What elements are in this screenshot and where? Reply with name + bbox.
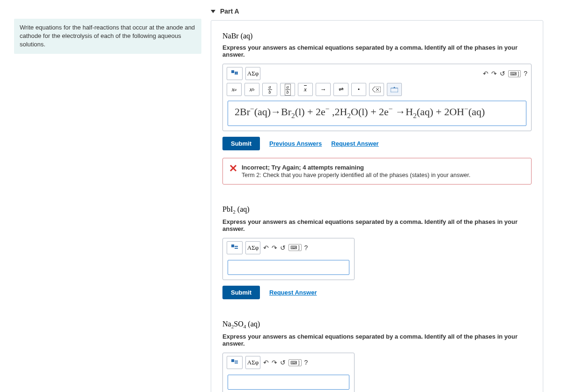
svg-rect-21 xyxy=(235,362,238,363)
boxed-fraction-button[interactable]: ab xyxy=(280,83,295,96)
equilibrium-button[interactable]: ⇌ xyxy=(333,83,348,96)
undo-icon[interactable]: ↶ xyxy=(263,244,269,251)
svg-rect-20 xyxy=(235,361,238,362)
keyboard-icon[interactable]: ⌨ ] xyxy=(288,244,302,251)
greek-button[interactable]: ΑΣφ xyxy=(245,241,260,254)
svg-rect-16 xyxy=(231,244,234,247)
request-answer-link[interactable]: Request Answer xyxy=(331,140,378,147)
svg-rect-19 xyxy=(231,359,234,362)
part-title: Part A xyxy=(220,7,239,15)
greek-button[interactable]: ΑΣφ xyxy=(245,356,260,369)
compound-nabr: NaBr (aq) xyxy=(222,32,532,40)
feedback-title: Incorrect; Try Again; 4 attempts remaini… xyxy=(242,164,470,171)
svg-rect-17 xyxy=(235,246,238,247)
svg-rect-18 xyxy=(235,248,238,249)
previous-answers-link[interactable]: Previous Answers xyxy=(269,140,322,147)
fraction-button[interactable]: ab xyxy=(262,83,277,96)
svg-marker-13 xyxy=(393,87,395,88)
answer-field[interactable]: 2Br−(aq)→Br2(l) + 2e− ,2H2O(l) + 2e− →H2… xyxy=(228,101,526,126)
help-icon[interactable]: ? xyxy=(304,244,308,251)
feedback-box: Incorrect; Try Again; 4 attempts remaini… xyxy=(222,158,532,185)
compound-na2so4: Na2SO4 (aq) xyxy=(222,320,532,329)
help-icon[interactable]: ? xyxy=(304,359,308,366)
redo-icon[interactable]: ↷ xyxy=(272,244,277,251)
instructions: Express your answers as chemical equatio… xyxy=(222,333,532,347)
svg-marker-0 xyxy=(211,10,215,13)
equation-editor[interactable]: ΑΣφ ↶ ↷ ↺ ⌨ ] ? xyxy=(222,353,355,392)
greek-button[interactable]: ΑΣφ xyxy=(245,67,260,80)
answer-field[interactable] xyxy=(228,375,349,390)
feedback-body: Term 2: Check that you have properly ide… xyxy=(242,172,470,178)
equation-editor[interactable]: ΑΣφ ↶ ↷ ↺ ⌨ ] ? xa xb ab ab xyxy=(222,64,532,131)
undo-icon[interactable]: ↶ xyxy=(263,359,269,366)
xbar-button[interactable]: x xyxy=(298,83,313,96)
reset-icon[interactable]: ↺ xyxy=(500,70,505,77)
svg-rect-8 xyxy=(391,88,398,92)
svg-rect-2 xyxy=(235,72,238,73)
backspace-button[interactable] xyxy=(369,83,384,96)
chevron-down-icon xyxy=(211,8,215,15)
submit-button[interactable]: Submit xyxy=(222,137,260,150)
incorrect-icon xyxy=(229,164,237,173)
question-prompt: Write equations for the half-reactions t… xyxy=(14,19,201,54)
reset-icon[interactable]: ↺ xyxy=(280,244,286,251)
templates-button[interactable] xyxy=(227,356,243,369)
special-keyboard-button[interactable] xyxy=(387,83,402,96)
svg-rect-3 xyxy=(235,74,238,74)
keyboard-icon[interactable]: ⌨ ] xyxy=(288,359,302,366)
svg-rect-1 xyxy=(231,70,234,73)
arrow-button[interactable]: → xyxy=(316,83,331,96)
instructions: Express your answers as chemical equatio… xyxy=(222,44,532,58)
subscript-button[interactable]: xb xyxy=(244,83,259,96)
redo-icon[interactable]: ↷ xyxy=(491,70,497,77)
equation-editor[interactable]: ΑΣφ ↶ ↷ ↺ ⌨ ] ? xyxy=(222,238,355,280)
redo-icon[interactable]: ↷ xyxy=(272,359,277,366)
request-answer-link[interactable]: Request Answer xyxy=(269,289,317,296)
superscript-button[interactable]: xa xyxy=(227,83,242,96)
reset-icon[interactable]: ↺ xyxy=(280,359,286,366)
instructions: Express your answers as chemical equatio… xyxy=(222,218,532,232)
answer-field[interactable] xyxy=(228,260,349,275)
keyboard-icon[interactable]: ⌨ ] xyxy=(508,70,521,77)
compound-pbi2: PbI2 (aq) xyxy=(222,205,532,214)
help-icon[interactable]: ? xyxy=(524,70,527,77)
dot-button[interactable]: • xyxy=(351,83,366,96)
templates-button[interactable] xyxy=(227,241,243,254)
undo-icon[interactable]: ↶ xyxy=(483,70,488,77)
templates-button[interactable] xyxy=(227,67,243,80)
part-header[interactable]: Part A xyxy=(211,5,543,19)
submit-button[interactable]: Submit xyxy=(222,286,260,299)
